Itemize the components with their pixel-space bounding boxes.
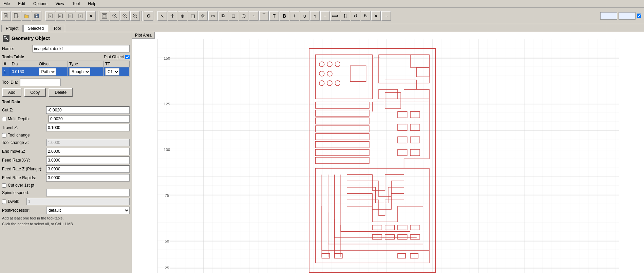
tool-dia-input[interactable]	[20, 79, 61, 86]
polygon-button[interactable]: ⬡	[239, 11, 248, 21]
cut-over-checkbox[interactable]	[2, 183, 6, 188]
sep2	[97, 11, 98, 21]
travel-z-row: Travel Z:	[2, 124, 130, 131]
spindle-speed-label: Spindle speed:	[2, 190, 46, 195]
multi-depth-input[interactable]	[49, 115, 130, 123]
offset-select[interactable]: Path In Out	[39, 68, 56, 76]
tab-project[interactable]: Project	[1, 25, 23, 32]
col-header-offset[interactable]: Offset	[37, 61, 68, 67]
new-button[interactable]	[1, 11, 11, 21]
add-drill-button[interactable]: ✛	[168, 11, 177, 21]
multi-depth-checkbox[interactable]	[2, 117, 6, 121]
dwell-checkbox[interactable]	[2, 200, 6, 204]
tools-table-title: Tools Table	[2, 55, 24, 59]
flip-y-button[interactable]: ⇅	[341, 11, 350, 21]
open-button[interactable]	[22, 11, 31, 21]
status-line-1: Add at least one tool in the tool-table.	[2, 215, 130, 221]
type-select[interactable]: Rough Finish	[69, 68, 90, 76]
tt-select[interactable]: C1 C2	[105, 68, 119, 76]
save-button[interactable]	[32, 11, 41, 21]
menu-view[interactable]: View	[53, 1, 66, 7]
svg-text:⬇: ⬇	[79, 15, 81, 18]
zoom-fit-button[interactable]	[100, 11, 109, 21]
end-move-z-row: End move Z:	[2, 148, 130, 155]
open-exc-button[interactable]: E	[56, 11, 65, 21]
plot-object-checkbox[interactable]	[125, 55, 130, 59]
travel-z-input[interactable]	[46, 124, 130, 131]
spindle-speed-input[interactable]	[46, 189, 130, 196]
panel-title: Geometry Object	[2, 34, 130, 42]
tool-change-z-input[interactable]	[46, 139, 130, 146]
new-with-plus-button[interactable]	[12, 11, 21, 21]
path-button[interactable]: ~	[249, 11, 259, 21]
tab-selected[interactable]: Selected	[23, 25, 48, 32]
zoom-input-2[interactable]: 1.0	[619, 12, 636, 20]
delete-button[interactable]: Delete	[49, 88, 73, 97]
cut-z-input[interactable]	[46, 106, 130, 114]
col-header-num[interactable]: #	[2, 61, 10, 67]
export-button[interactable]: ⬇	[76, 11, 86, 21]
end-move-z-input[interactable]	[46, 148, 130, 155]
tool-data-section: Tool Data Cut Z: Multi-Depth: Travel Z: …	[2, 100, 130, 214]
tool-change-checkbox[interactable]	[2, 133, 6, 138]
dwell-input[interactable]	[26, 198, 130, 205]
import-button[interactable]: ⬆	[66, 11, 75, 21]
feed-rate-xy-input[interactable]	[46, 156, 130, 164]
union-button[interactable]: ∪	[300, 11, 309, 21]
copy-elem-button[interactable]: ⧉	[219, 11, 228, 21]
intersect-button[interactable]: ∩	[310, 11, 320, 21]
zoom-in-sel-button[interactable]	[110, 11, 119, 21]
copy-button[interactable]: Copy	[24, 88, 46, 97]
flip-x-button[interactable]: ⟺	[330, 11, 340, 21]
plot-area[interactable]: Plot Area 150 125	[132, 32, 644, 273]
zoom-input-1[interactable]: 1.0	[600, 12, 617, 20]
canvas-container[interactable]: 150 125 100 75 50 25	[132, 39, 644, 273]
feed-rate-z-row: Feed Rate Z (Plunge):	[2, 165, 130, 173]
cut-button[interactable]: ✂	[208, 11, 218, 21]
del-elem-button[interactable]: ✕	[371, 11, 381, 21]
tab-tool[interactable]: Tool	[49, 25, 65, 32]
text-button[interactable]: T	[269, 11, 279, 21]
menu-file[interactable]: File	[1, 1, 12, 7]
panel-title-text: Geometry Object	[12, 36, 50, 41]
cam-button[interactable]: ⚙	[144, 11, 153, 21]
tools-table: # Dia Offset Type TT 1 0.0160 Path In Ou…	[2, 61, 130, 77]
multi-depth-label: Multi-Depth:	[8, 117, 49, 121]
line-button[interactable]: /	[290, 11, 299, 21]
delete-obj-button[interactable]: ✕	[86, 11, 96, 21]
zoom-out-button[interactable]	[130, 11, 140, 21]
move-to-button[interactable]: →	[381, 11, 391, 21]
subtract-button[interactable]: −	[320, 11, 330, 21]
col-header-dia[interactable]: Dia	[10, 61, 37, 67]
postprocessor-select[interactable]: default linuxcnc mach3 smoothie	[46, 207, 130, 214]
name-label: Name:	[2, 46, 33, 51]
menu-edit[interactable]: Edit	[16, 1, 27, 7]
select-button[interactable]: ↖	[157, 11, 167, 21]
feed-rate-rapids-input[interactable]	[46, 174, 130, 182]
rect-button[interactable]: □	[229, 11, 238, 21]
postprocessor-row: PostProcessor: default linuxcnc mach3 sm…	[2, 207, 130, 214]
zoom-checkbox[interactable]	[637, 14, 641, 18]
add-elem-button[interactable]: ⊕	[178, 11, 187, 21]
menu-options[interactable]: Options	[31, 1, 49, 7]
open-gerber-button[interactable]: G	[45, 11, 55, 21]
move-button[interactable]: ✥	[198, 11, 208, 21]
sep3	[141, 11, 143, 21]
tool-change-z-row: Tool change Z:	[2, 139, 130, 146]
zoom-in-button[interactable]	[120, 11, 130, 21]
add-button[interactable]: Add	[2, 88, 21, 97]
table-row[interactable]: 1 0.0160 Path In Out Rough Finish	[2, 67, 130, 77]
bold-button[interactable]: B	[280, 11, 289, 21]
menu-tool[interactable]: Tool	[70, 1, 82, 7]
status-text: Add at least one tool in the tool-table.…	[2, 215, 130, 227]
menu-help[interactable]: Help	[86, 1, 98, 7]
rotate-cw-button[interactable]: ↻	[361, 11, 371, 21]
col-header-tt[interactable]: TT	[103, 61, 129, 67]
rotate-ccw-button[interactable]: ↺	[351, 11, 360, 21]
corner-button[interactable]: ◫	[188, 11, 197, 21]
feed-rate-z-input[interactable]	[46, 165, 130, 173]
col-header-type[interactable]: Type	[68, 61, 103, 67]
arc-button[interactable]: ⌒	[259, 11, 269, 21]
name-input[interactable]	[33, 45, 130, 52]
cell-tt: C1 C2	[103, 67, 129, 77]
